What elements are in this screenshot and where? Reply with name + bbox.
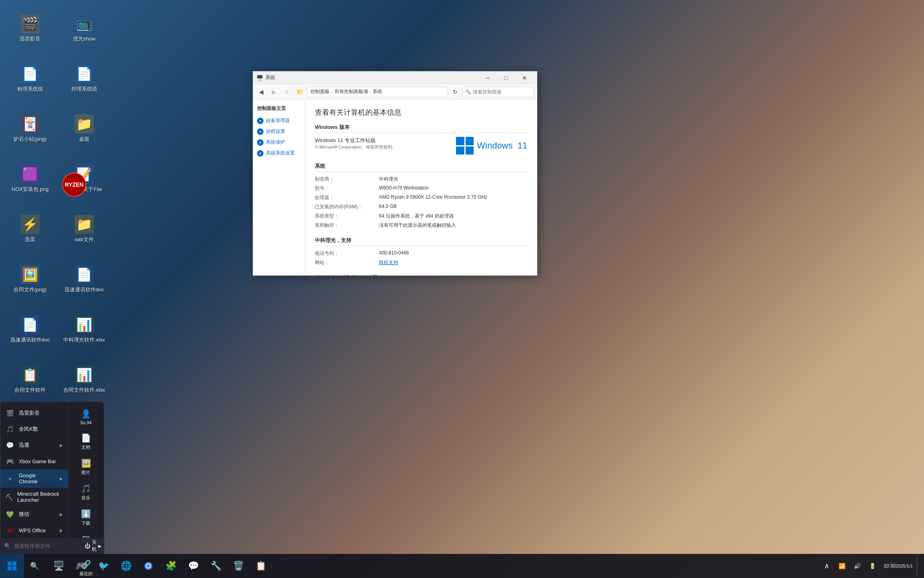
- maximize-button[interactable]: □: [497, 71, 515, 84]
- breadcrumb-controlpanel[interactable]: 控制面板: [310, 88, 330, 95]
- svg-rect-0: [8, 562, 12, 566]
- start-search-input[interactable]: [14, 543, 81, 549]
- start-right-recent[interactable]: 🔗 最近的: [68, 556, 104, 578]
- start-right-pictures[interactable]: 🖼️ 图片: [68, 454, 104, 480]
- cp-address-bar: 控制面板 › 所有控制面板项 › 系统: [307, 87, 448, 97]
- taskbar-clipboard-icon[interactable]: 📋: [250, 556, 271, 576]
- tray-show-desktop[interactable]: [917, 556, 920, 576]
- taskbar-wechat-icon[interactable]: 💬: [183, 556, 204, 576]
- yingyin-icon: 🎬: [5, 408, 15, 418]
- desktop-icon-hetong-doc[interactable]: 📋 合同文件软件: [4, 355, 56, 403]
- desktop-icon-yingyin[interactable]: 🎬 迅雷影音: [4, 4, 56, 52]
- system-section-title: 系统: [315, 163, 527, 172]
- manufacturer-value: 中科理光: [379, 176, 527, 183]
- desktop-icon-nox[interactable]: 🟪 NOX安装包 png: [4, 155, 56, 203]
- start-item-chrome[interactable]: ● Google Chrome ▶: [0, 469, 68, 488]
- start-right-downloads[interactable]: ⬇️ 下载: [68, 505, 104, 530]
- systype-label: 系统类型：: [315, 213, 379, 220]
- windows-version-section: Windows 版本 Windows 11 专业工作站版 © Microsoft…: [315, 124, 527, 155]
- manufacturer-label: 制造商：: [315, 176, 379, 183]
- start-right-music[interactable]: 🎵 音乐: [68, 480, 104, 505]
- taskbar-search-button[interactable]: 🔍: [24, 556, 45, 576]
- chrome-icon: ●: [5, 474, 15, 483]
- cp-search-bar[interactable]: 🔍: [462, 87, 535, 97]
- systype-value: 64 位操作系统，基于 x64 的处理器: [379, 213, 527, 220]
- start-menu-left-panel: 🎬 迅雷影音 🎵 全民K数 💬 迅通 ▶ 🎮 Xbox Game Bar ● G…: [0, 402, 68, 554]
- shutdown-icon[interactable]: ⏻: [85, 543, 90, 549]
- user-icon: 👤: [81, 409, 91, 419]
- taskbar-trash-icon[interactable]: 🗑️: [228, 556, 249, 576]
- start-item-xintong[interactable]: 💬 迅通 ▶: [0, 437, 68, 453]
- sidebar-item-devices[interactable]: ● 设备管理器: [253, 115, 305, 126]
- desktop-icon-zhongke-doc[interactable]: 📄 迅速通讯软件doc: [4, 305, 56, 353]
- computer-section: 计算机名、域和工作组设置 更改设置 计算机名： W650-H78 计算机全名： …: [315, 274, 527, 275]
- desktop-icon-thunder[interactable]: ⚡ 迅雷: [4, 205, 56, 253]
- desktop-icon-zhuomian[interactable]: 📁 桌面: [58, 104, 110, 153]
- taskbar-network-icon[interactable]: 🌐: [116, 556, 136, 576]
- start-item-weixin[interactable]: 💚 微信 ▶: [0, 506, 68, 522]
- refresh-button[interactable]: ↻: [450, 86, 461, 98]
- cp-search-input[interactable]: [473, 89, 533, 95]
- start-menu: 🎬 迅雷影音 🎵 全民K数 💬 迅通 ▶ 🎮 Xbox Game Bar ● G…: [0, 401, 104, 554]
- breadcrumb-allitems[interactable]: 所有控制面板项: [334, 88, 368, 95]
- documents-icon: 📄: [81, 433, 91, 443]
- windows-start-icon: [7, 561, 17, 571]
- cp-title-icon: 🖥️: [256, 75, 263, 81]
- up-button[interactable]: ↑: [281, 86, 292, 98]
- tray-up-arrow[interactable]: ∧: [819, 556, 834, 576]
- desktop-icon-youxian[interactable]: 📺 优先show: [58, 4, 110, 52]
- windows-copyright: © Microsoft Corporation。保留所有权利。: [315, 144, 397, 150]
- start-item-quanminks[interactable]: 🎵 全民K数: [0, 421, 68, 437]
- website-link[interactable]: 联机支持: [379, 259, 527, 266]
- breadcrumb-system[interactable]: 系统: [373, 88, 382, 95]
- zhongke-section-title: 中科理光，支持: [315, 237, 527, 246]
- shutdown-arrow[interactable]: ▶: [98, 544, 101, 548]
- tray-battery[interactable]: 🔋: [865, 556, 879, 576]
- desktop-icon-hetong-xlsx[interactable]: 📊 合同文件软件.xlsx: [58, 355, 110, 403]
- desktop-icon-oab[interactable]: 📁 oab文件: [58, 205, 110, 253]
- tray-volume[interactable]: 🔊: [850, 556, 864, 576]
- sidebar-item-protection[interactable]: ● 系统保护: [253, 137, 305, 148]
- start-item-minecraft[interactable]: ⛏️ Minecraft Bedrock Launcher: [0, 488, 68, 506]
- system-model-row: 型号： W650-H78 Workstation: [315, 185, 527, 192]
- start-item-wps[interactable]: W WPS Office ▶: [0, 522, 68, 538]
- minecraft-icon: ⛏️: [5, 492, 13, 502]
- recent-icon: 🔗: [81, 560, 91, 569]
- desktop-icon-xitong[interactable]: 📄 控理系统统: [58, 54, 110, 102]
- desktop-icon-lushixiao[interactable]: 🃏 炉石小站(png): [4, 104, 56, 153]
- taskbar-monitor-icon[interactable]: 🖥️: [48, 556, 69, 576]
- start-item-yingyin[interactable]: 🎬 迅雷影音: [0, 405, 68, 421]
- start-right-documents[interactable]: 📄 文档: [68, 429, 104, 454]
- cpu-label: 处理器：: [315, 194, 379, 201]
- desktop-icon-hetong-png[interactable]: 🖼️ 合同文件(png): [4, 255, 56, 303]
- touch-label: 笔和触控：: [315, 222, 379, 229]
- start-item-xbox[interactable]: 🎮 Xbox Game Bar: [0, 453, 68, 469]
- start-search-bar[interactable]: 🔍 ⏻ 关机 ▶: [0, 538, 104, 554]
- system-ram-row: 已安装的内存(RAM)： 64.0 GB: [315, 204, 527, 210]
- cp-sidebar-title: 控制面板主页: [253, 104, 305, 115]
- tray-network[interactable]: 📶: [835, 556, 849, 576]
- ram-value: 64.0 GB: [379, 204, 527, 210]
- devices-icon: ●: [257, 118, 263, 124]
- taskbar-tray: ∧ 📶 🔊 🔋 10:30 2025/1/1: [815, 556, 924, 576]
- start-right-su94[interactable]: 👤 Su 94: [68, 405, 104, 429]
- windows11-logo: Windows 11: [456, 137, 527, 155]
- taskbar-chrome-icon[interactable]: [138, 556, 159, 576]
- desktop-icon-lishidoc[interactable]: 📄 校理系统统: [4, 54, 56, 102]
- change-settings-link[interactable]: 更改设置: [508, 275, 527, 276]
- taskbar-tool-icon[interactable]: 🔧: [205, 556, 226, 576]
- model-value: W650-H78 Workstation: [379, 185, 527, 192]
- desktop-icon-zhongke-xlsx[interactable]: 📊 中科理光软件.xlsx: [58, 305, 110, 353]
- sidebar-item-remote[interactable]: ● 远程设置: [253, 126, 305, 137]
- desktop-icon-xunsu-doc[interactable]: 📄 迅速通讯软件doc: [58, 255, 110, 303]
- back-button[interactable]: ◀: [255, 86, 267, 98]
- forward-button[interactable]: ▶: [268, 86, 280, 98]
- system-type-row: 系统类型： 64 位操作系统，基于 x64 的处理器: [315, 213, 527, 220]
- minimize-button[interactable]: ─: [478, 71, 497, 84]
- sidebar-item-advanced[interactable]: ● 高级系统设置: [253, 148, 305, 159]
- taskbar-extension-icon[interactable]: 🧩: [160, 556, 181, 576]
- start-button[interactable]: [0, 554, 24, 578]
- downloads-icon: ⬇️: [81, 509, 91, 519]
- tray-datetime[interactable]: 10:30 2025/1/1: [880, 556, 916, 576]
- close-button[interactable]: ✕: [515, 71, 534, 84]
